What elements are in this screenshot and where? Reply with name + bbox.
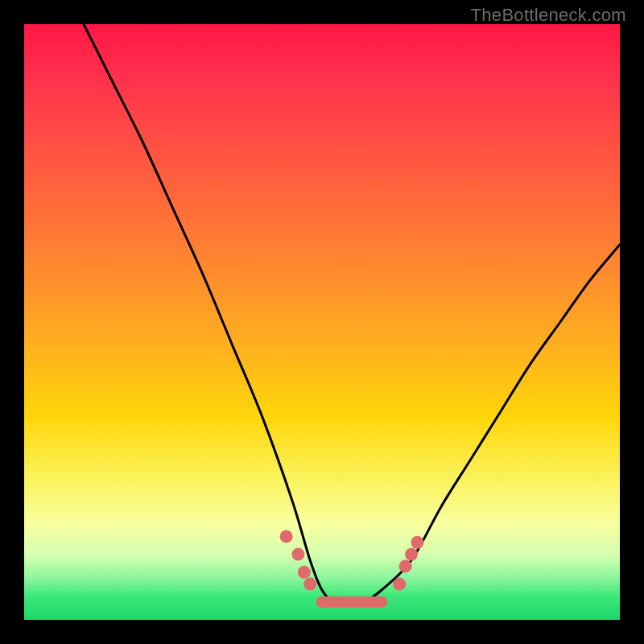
highlight-dot — [280, 530, 293, 543]
highlight-dots — [280, 530, 424, 590]
watermark-text: TheBottleneck.com — [471, 5, 626, 26]
highlight-dot — [298, 566, 311, 579]
highlight-dot — [399, 559, 412, 572]
highlight-dot — [303, 578, 316, 591]
plot-area — [24, 24, 620, 620]
highlight-dot — [393, 578, 406, 591]
optimal-range-bar — [316, 597, 388, 608]
highlight-dot — [405, 548, 418, 561]
highlight-dot — [411, 536, 423, 549]
curve-svg — [24, 24, 620, 620]
bottleneck-curve — [84, 24, 620, 603]
chart-frame: TheBottleneck.com — [0, 0, 644, 644]
highlight-dot — [291, 548, 304, 561]
